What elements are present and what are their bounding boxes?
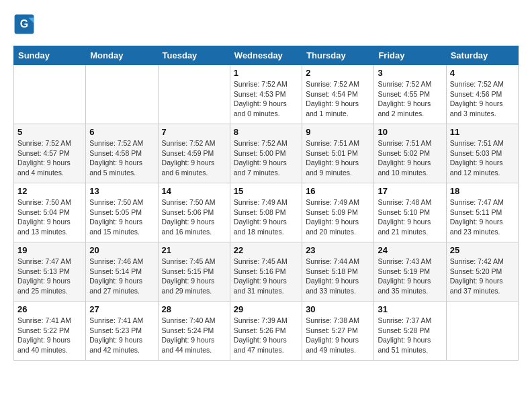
day-info: Sunrise: 7:49 AM Sunset: 5:09 PM Dayligh…: [306, 197, 370, 237]
day-number: 24: [378, 245, 442, 255]
calendar-cell: 21Sunrise: 7:45 AM Sunset: 5:15 PM Dayli…: [158, 242, 230, 302]
day-number: 11: [450, 127, 515, 137]
day-number: 30: [306, 304, 370, 314]
day-number: 17: [378, 186, 442, 196]
day-info: Sunrise: 7:43 AM Sunset: 5:19 PM Dayligh…: [378, 257, 442, 296]
svg-text:G: G: [20, 18, 28, 30]
day-info: Sunrise: 7:52 AM Sunset: 4:56 PM Dayligh…: [450, 79, 515, 119]
calendar-week-row: 26Sunrise: 7:41 AM Sunset: 5:22 PM Dayli…: [14, 302, 519, 361]
calendar-cell: 23Sunrise: 7:44 AM Sunset: 5:18 PM Dayli…: [302, 242, 374, 302]
day-number: 15: [234, 186, 298, 196]
col-friday: Friday: [374, 46, 446, 65]
calendar-cell: [446, 302, 518, 361]
col-wednesday: Wednesday: [230, 46, 302, 65]
day-info: Sunrise: 7:50 AM Sunset: 5:06 PM Dayligh…: [162, 197, 226, 237]
col-thursday: Thursday: [302, 46, 374, 65]
day-number: 2: [306, 68, 370, 78]
calendar-cell: 19Sunrise: 7:47 AM Sunset: 5:13 PM Dayli…: [14, 242, 86, 302]
calendar-cell: 3Sunrise: 7:52 AM Sunset: 4:55 PM Daylig…: [374, 65, 446, 124]
day-number: 28: [162, 304, 226, 314]
day-number: 13: [89, 186, 154, 196]
calendar-table: Sunday Monday Tuesday Wednesday Thursday…: [13, 46, 519, 361]
day-info: Sunrise: 7:52 AM Sunset: 5:00 PM Dayligh…: [234, 138, 298, 178]
calendar-cell: 6Sunrise: 7:52 AM Sunset: 4:58 PM Daylig…: [86, 124, 158, 183]
calendar-cell: 9Sunrise: 7:51 AM Sunset: 5:01 PM Daylig…: [302, 124, 374, 183]
day-info: Sunrise: 7:46 AM Sunset: 5:14 PM Dayligh…: [89, 257, 154, 296]
day-info: Sunrise: 7:41 AM Sunset: 5:23 PM Dayligh…: [89, 316, 154, 355]
day-number: 7: [162, 127, 226, 137]
col-saturday: Saturday: [446, 46, 518, 65]
calendar-cell: 10Sunrise: 7:51 AM Sunset: 5:02 PM Dayli…: [374, 124, 446, 183]
day-number: 12: [17, 186, 82, 196]
calendar-cell: 8Sunrise: 7:52 AM Sunset: 5:00 PM Daylig…: [230, 124, 302, 183]
day-info: Sunrise: 7:49 AM Sunset: 5:08 PM Dayligh…: [234, 197, 298, 237]
day-number: 10: [378, 127, 442, 137]
calendar-cell: 24Sunrise: 7:43 AM Sunset: 5:19 PM Dayli…: [374, 242, 446, 302]
calendar-cell: 22Sunrise: 7:45 AM Sunset: 5:16 PM Dayli…: [230, 242, 302, 302]
day-number: 25: [450, 245, 515, 255]
calendar-cell: 25Sunrise: 7:42 AM Sunset: 5:20 PM Dayli…: [446, 242, 518, 302]
calendar-week-row: 12Sunrise: 7:50 AM Sunset: 5:04 PM Dayli…: [14, 183, 519, 242]
day-info: Sunrise: 7:52 AM Sunset: 4:55 PM Dayligh…: [378, 79, 442, 119]
day-number: 5: [17, 127, 82, 137]
day-number: 8: [234, 127, 298, 137]
day-number: 18: [450, 186, 515, 196]
col-sunday: Sunday: [14, 46, 86, 65]
day-number: 26: [17, 304, 82, 314]
calendar-week-row: 5Sunrise: 7:52 AM Sunset: 4:57 PM Daylig…: [14, 124, 519, 183]
day-info: Sunrise: 7:41 AM Sunset: 5:22 PM Dayligh…: [17, 316, 82, 355]
logo: G: [13, 13, 38, 35]
calendar-cell: [86, 65, 158, 124]
day-number: 3: [378, 68, 442, 78]
calendar-cell: 29Sunrise: 7:39 AM Sunset: 5:26 PM Dayli…: [230, 302, 302, 361]
day-info: Sunrise: 7:42 AM Sunset: 5:20 PM Dayligh…: [450, 257, 515, 296]
calendar-cell: 12Sunrise: 7:50 AM Sunset: 5:04 PM Dayli…: [14, 183, 86, 242]
calendar-cell: 27Sunrise: 7:41 AM Sunset: 5:23 PM Dayli…: [86, 302, 158, 361]
day-number: 31: [378, 304, 442, 314]
calendar-cell: 7Sunrise: 7:52 AM Sunset: 4:59 PM Daylig…: [158, 124, 230, 183]
calendar-body: 1Sunrise: 7:52 AM Sunset: 4:53 PM Daylig…: [14, 65, 519, 361]
day-number: 29: [234, 304, 298, 314]
calendar-week-row: 1Sunrise: 7:52 AM Sunset: 4:53 PM Daylig…: [14, 65, 519, 124]
day-info: Sunrise: 7:52 AM Sunset: 4:59 PM Dayligh…: [162, 138, 226, 178]
calendar-cell: 1Sunrise: 7:52 AM Sunset: 4:53 PM Daylig…: [230, 65, 302, 124]
calendar-cell: 28Sunrise: 7:40 AM Sunset: 5:24 PM Dayli…: [158, 302, 230, 361]
day-info: Sunrise: 7:47 AM Sunset: 5:13 PM Dayligh…: [17, 257, 82, 296]
calendar-cell: 31Sunrise: 7:37 AM Sunset: 5:28 PM Dayli…: [374, 302, 446, 361]
day-info: Sunrise: 7:51 AM Sunset: 5:01 PM Dayligh…: [306, 138, 370, 178]
day-number: 21: [162, 245, 226, 255]
day-number: 27: [89, 304, 154, 314]
calendar-week-row: 19Sunrise: 7:47 AM Sunset: 5:13 PM Dayli…: [14, 242, 519, 302]
day-info: Sunrise: 7:50 AM Sunset: 5:05 PM Dayligh…: [89, 197, 154, 237]
day-number: 4: [450, 68, 515, 78]
day-info: Sunrise: 7:38 AM Sunset: 5:27 PM Dayligh…: [306, 316, 370, 355]
calendar-cell: 14Sunrise: 7:50 AM Sunset: 5:06 PM Dayli…: [158, 183, 230, 242]
day-number: 22: [234, 245, 298, 255]
calendar-cell: 20Sunrise: 7:46 AM Sunset: 5:14 PM Dayli…: [86, 242, 158, 302]
calendar-cell: 17Sunrise: 7:48 AM Sunset: 5:10 PM Dayli…: [374, 183, 446, 242]
calendar-cell: 4Sunrise: 7:52 AM Sunset: 4:56 PM Daylig…: [446, 65, 518, 124]
day-info: Sunrise: 7:52 AM Sunset: 4:53 PM Dayligh…: [234, 79, 298, 119]
day-number: 9: [306, 127, 370, 137]
day-info: Sunrise: 7:45 AM Sunset: 5:16 PM Dayligh…: [234, 257, 298, 296]
day-number: 1: [234, 68, 298, 78]
day-info: Sunrise: 7:37 AM Sunset: 5:28 PM Dayligh…: [378, 316, 442, 355]
calendar-cell: [158, 65, 230, 124]
day-info: Sunrise: 7:52 AM Sunset: 4:58 PM Dayligh…: [89, 138, 154, 178]
day-number: 23: [306, 245, 370, 255]
day-info: Sunrise: 7:48 AM Sunset: 5:10 PM Dayligh…: [378, 197, 442, 237]
day-info: Sunrise: 7:44 AM Sunset: 5:18 PM Dayligh…: [306, 257, 370, 296]
calendar-cell: 18Sunrise: 7:47 AM Sunset: 5:11 PM Dayli…: [446, 183, 518, 242]
day-info: Sunrise: 7:47 AM Sunset: 5:11 PM Dayligh…: [450, 197, 515, 237]
calendar-cell: 15Sunrise: 7:49 AM Sunset: 5:08 PM Dayli…: [230, 183, 302, 242]
day-info: Sunrise: 7:51 AM Sunset: 5:03 PM Dayligh…: [450, 138, 515, 178]
day-info: Sunrise: 7:52 AM Sunset: 4:54 PM Dayligh…: [306, 79, 370, 119]
day-info: Sunrise: 7:52 AM Sunset: 4:57 PM Dayligh…: [17, 138, 82, 178]
day-info: Sunrise: 7:45 AM Sunset: 5:15 PM Dayligh…: [162, 257, 226, 296]
calendar-cell: 30Sunrise: 7:38 AM Sunset: 5:27 PM Dayli…: [302, 302, 374, 361]
day-number: 19: [17, 245, 82, 255]
calendar-cell: 13Sunrise: 7:50 AM Sunset: 5:05 PM Dayli…: [86, 183, 158, 242]
logo-icon: G: [13, 13, 35, 35]
calendar-cell: 26Sunrise: 7:41 AM Sunset: 5:22 PM Dayli…: [14, 302, 86, 361]
page-header: G: [13, 13, 519, 35]
